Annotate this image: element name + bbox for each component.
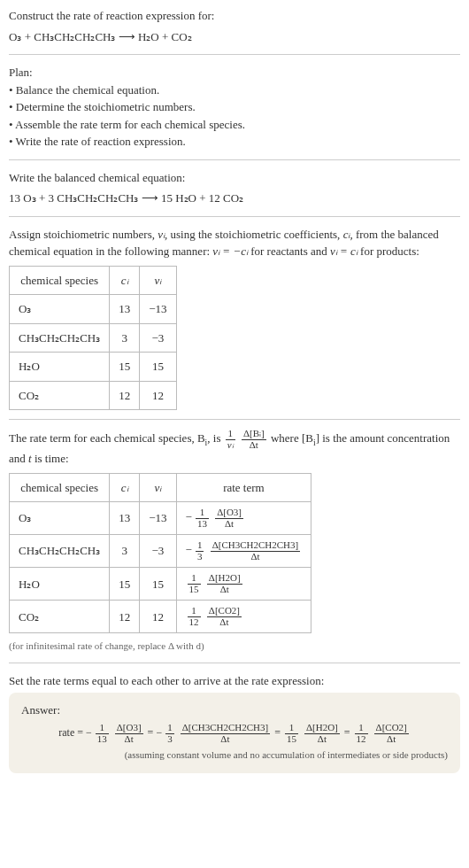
species-cell: CO₂: [10, 381, 110, 410]
num: 1: [165, 723, 174, 734]
stoich-section: Assign stoichiometric numbers, νᵢ, using…: [9, 226, 460, 411]
rateterm-intro: The rate term for each chemical species,…: [9, 429, 460, 468]
c-cell: 3: [110, 323, 140, 353]
den: 13: [196, 519, 209, 530]
ci-header: cᵢ: [121, 274, 128, 287]
num: Δ[CO2]: [374, 723, 409, 734]
c-cell: 15: [110, 568, 140, 601]
num: Δ[CH3CH2CH2CH3]: [211, 540, 301, 552]
table-row: H₂O1515115 Δ[H2O]Δt: [10, 568, 311, 601]
eq-prod: νᵢ = cᵢ: [330, 244, 358, 258]
divider: [9, 54, 460, 55]
plan-title: Plan:: [9, 64, 460, 81]
nu-cell: 15: [140, 568, 176, 601]
col-nu: νᵢ: [140, 266, 176, 295]
fraction: Δ[O3]Δt: [115, 723, 143, 744]
num: 1: [226, 429, 235, 440]
col-nu: νᵢ: [140, 473, 176, 502]
num: Δ[O3]: [115, 723, 143, 734]
table-row: CH₃CH₂CH₂CH₃3−3−13 Δ[CH3CH2CH2CH3]Δt: [10, 535, 311, 568]
text: is time:: [32, 452, 69, 465]
balanced-title: Write the balanced chemical equation:: [9, 169, 460, 187]
den: Δt: [115, 734, 143, 745]
problem-header: Construct the rate of reaction expressio…: [9, 7, 460, 45]
equals: =: [342, 726, 353, 739]
table-row: H₂O1515: [10, 353, 177, 382]
fraction: Δ[H2O]Δt: [207, 573, 242, 594]
divider: [9, 216, 460, 217]
den: Δt: [211, 552, 301, 562]
answer-label: Answer:: [21, 701, 448, 719]
nu-cell: 12: [140, 381, 176, 410]
c-cell: 12: [110, 381, 140, 410]
fraction: 112: [355, 723, 368, 744]
rate-label: rate =: [58, 726, 86, 739]
col-species: chemical species: [10, 473, 110, 502]
nu-header: νᵢ: [155, 481, 162, 494]
fraction: 115: [285, 723, 298, 744]
rate-cell: 115 Δ[H2O]Δt: [176, 568, 311, 601]
fraction: Δ[CO2]Δt: [374, 723, 409, 744]
table-row: O₃13−13: [10, 295, 177, 324]
num: 1: [96, 723, 109, 734]
plan-item: • Balance the chemical equation.: [9, 81, 460, 99]
species-cell: CH₃CH₂CH₂CH₃: [10, 323, 110, 353]
minus: −: [186, 510, 192, 523]
den: Δt: [242, 440, 266, 451]
rateterm-table: chemical species cᵢ νᵢ rate term O₃13−13…: [9, 473, 311, 634]
table-header-row: chemical species cᵢ νᵢ: [10, 266, 177, 295]
fraction: 13: [165, 723, 174, 744]
num: Δ[H2O]: [304, 723, 340, 734]
eq-react: νᵢ = −cᵢ: [212, 244, 248, 258]
den: νᵢ: [226, 440, 235, 451]
minus: −: [186, 543, 192, 556]
minus: −: [86, 726, 92, 739]
num: 1: [196, 508, 209, 519]
table-row: O₃13−13−113 Δ[O3]Δt: [10, 502, 311, 535]
den: 15: [188, 585, 201, 595]
stoich-table: chemical species cᵢ νᵢ O₃13−13CH₃CH₂CH₂C…: [9, 266, 177, 411]
answer-expression: rate = −113 Δ[O3]Δt = −13 Δ[CH3CH2CH2CH3…: [21, 723, 448, 744]
fraction: Δ[CO2]Δt: [207, 606, 242, 627]
col-c: cᵢ: [110, 266, 140, 295]
species-cell: O₃: [10, 295, 110, 324]
species-cell: O₃: [10, 502, 110, 535]
den: 3: [196, 552, 204, 562]
species-cell: H₂O: [10, 353, 110, 382]
fraction: Δ[O3]Δt: [215, 508, 243, 529]
equals: =: [145, 726, 157, 739]
nu-symbol: νᵢ: [158, 228, 165, 241]
rate-cell: −113 Δ[O3]Δt: [176, 502, 311, 535]
den: Δt: [207, 617, 242, 628]
c-cell: 13: [110, 502, 140, 535]
ci-header: cᵢ: [121, 481, 128, 494]
table-row: CO₂1212112 Δ[CO2]Δt: [10, 601, 311, 633]
nu-header: νᵢ: [155, 274, 162, 287]
num: 1: [196, 540, 204, 552]
text: Assign stoichiometric numbers,: [9, 228, 158, 241]
divider: [9, 663, 460, 663]
species-cell: CH₃CH₂CH₂CH₃: [10, 535, 110, 568]
num: 1: [188, 573, 201, 585]
plan-item: • Write the rate of reaction expression.: [9, 133, 460, 151]
stoich-intro: Assign stoichiometric numbers, νᵢ, using…: [9, 226, 460, 260]
nu-cell: 15: [140, 353, 176, 382]
divider: [9, 159, 460, 160]
balanced-equation: 13 O₃ + 3 CH₃CH₂CH₂CH₃ ⟶ 15 H₂O + 12 CO₂: [9, 190, 460, 207]
rate-term-section: The rate term for each chemical species,…: [9, 429, 460, 654]
den: Δt: [304, 734, 340, 745]
fraction: 113: [96, 723, 109, 744]
species-cell: H₂O: [10, 568, 110, 601]
den: Δt: [215, 519, 243, 530]
rateterm-note: (for infinitesimal rate of change, repla…: [9, 639, 460, 654]
rate-cell: −13 Δ[CH3CH2CH2CH3]Δt: [176, 535, 311, 568]
fraction: 115: [188, 573, 201, 594]
nu-cell: −13: [140, 295, 176, 324]
text: The rate term for each chemical species,…: [9, 431, 205, 445]
nu-cell: −3: [140, 323, 176, 353]
c-cell: 3: [110, 535, 140, 568]
prompt-text: Construct the rate of reaction expressio…: [9, 7, 460, 25]
col-rate: rate term: [176, 473, 311, 502]
den: Δt: [374, 734, 409, 745]
den: 15: [285, 734, 298, 745]
